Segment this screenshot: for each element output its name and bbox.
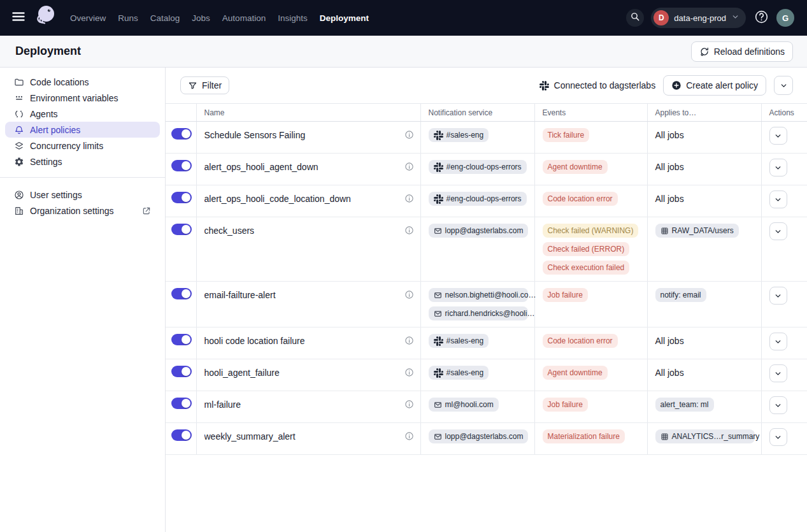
- applies-to-tag-label: alert_team: ml: [661, 400, 709, 409]
- nav-item-jobs[interactable]: Jobs: [192, 13, 210, 23]
- event-tag: Check execution failed: [543, 261, 630, 275]
- info-icon[interactable]: [404, 399, 414, 409]
- sidebar-item-concurrency-limits[interactable]: Concurrency limits: [5, 138, 160, 154]
- info-icon[interactable]: [404, 130, 414, 140]
- enable-toggle[interactable]: [171, 160, 192, 171]
- name-cell: ml-failure: [196, 391, 420, 423]
- sidebar-item-code-locations[interactable]: Code locations: [5, 74, 160, 90]
- actions-cell: [761, 423, 807, 455]
- row-actions-button[interactable]: [769, 396, 787, 414]
- notification-tag-label: #eng-cloud-ops-errors: [446, 194, 522, 203]
- nav-item-insights[interactable]: Insights: [278, 13, 308, 23]
- chevron-down-icon: [774, 196, 782, 204]
- notification-tag: lopp@dagsterlabs.com: [429, 224, 528, 238]
- row-actions-button[interactable]: [769, 364, 787, 382]
- enable-toggle[interactable]: [171, 192, 192, 203]
- info-icon[interactable]: [404, 226, 414, 235]
- name-cell: alert_ops_hooli_agent_down: [196, 154, 420, 185]
- event-tag: Agent downtime: [543, 366, 608, 380]
- sidebar-main-list: Code locationsEnvironment variablesAgent…: [0, 74, 165, 169]
- filter-button[interactable]: Filter: [180, 76, 229, 94]
- nav-item-catalog[interactable]: Catalog: [150, 13, 180, 23]
- applies-to-text: All jobs: [655, 336, 684, 346]
- enable-toggle[interactable]: [171, 334, 192, 345]
- event-tag: Agent downtime: [543, 160, 608, 174]
- search-icon: [630, 11, 640, 24]
- info-icon[interactable]: [404, 336, 414, 345]
- sidebar-item-user-settings[interactable]: User settings: [5, 187, 160, 203]
- applies-to-cell: All jobs: [647, 359, 761, 391]
- hamburger-menu-icon[interactable]: [10, 10, 27, 26]
- toggle-knob: [182, 399, 190, 408]
- sidebar-item-environment-variables[interactable]: Environment variables: [5, 90, 160, 106]
- enable-toggle[interactable]: [171, 398, 192, 409]
- applies-to-tag: notify: email: [655, 288, 706, 302]
- applies-to-tag: RAW_DATA/users: [655, 224, 739, 238]
- event-tag: Tick failure: [543, 128, 590, 142]
- chevron-down-icon: [774, 164, 782, 172]
- info-icon[interactable]: [404, 368, 414, 377]
- search-button[interactable]: [626, 9, 644, 27]
- help-button[interactable]: [753, 10, 769, 26]
- notification-service-cell: #sales-eng: [420, 359, 534, 391]
- info-icon[interactable]: [404, 194, 414, 203]
- toggle-knob: [182, 161, 190, 170]
- reload-definitions-button[interactable]: Reload definitions: [691, 41, 793, 62]
- sidebar-item-alert-policies[interactable]: Alert policies: [5, 122, 160, 138]
- question-icon: [754, 10, 769, 27]
- info-icon[interactable]: [404, 290, 414, 299]
- column-header-actions: Actions: [761, 104, 807, 122]
- sidebar-item-organization-settings[interactable]: Organization settings: [5, 203, 160, 219]
- event-tag: Materialization failure: [543, 429, 625, 443]
- create-policy-dropdown-button[interactable]: [774, 76, 793, 95]
- enable-toggle[interactable]: [171, 288, 192, 299]
- column-header-notification-service: Notification service: [420, 104, 534, 122]
- enable-toggle[interactable]: [171, 366, 192, 377]
- events-cell: Agent downtime: [534, 359, 647, 391]
- agents-icon: [14, 109, 24, 119]
- nav-item-overview[interactable]: Overview: [70, 13, 106, 23]
- sidebar-item-settings[interactable]: Settings: [5, 154, 160, 169]
- top-nav: OverviewRunsCatalogJobsAutomationInsight…: [0, 0, 807, 36]
- row-actions-button[interactable]: [769, 428, 787, 446]
- dagster-logo[interactable]: [32, 4, 59, 32]
- info-icon[interactable]: [404, 162, 414, 171]
- enable-toggle[interactable]: [171, 429, 192, 441]
- nav-item-automation[interactable]: Automation: [222, 13, 266, 23]
- row-actions-button[interactable]: [769, 159, 787, 176]
- policy-name: email-failture-alert: [204, 288, 276, 302]
- deployment-switcher[interactable]: D data-eng-prod: [651, 8, 746, 28]
- notification-tag-label: lopp@dagsterlabs.com: [445, 432, 524, 441]
- deployment-name: data-eng-prod: [674, 13, 726, 23]
- plus-circle-icon: [671, 80, 682, 90]
- chevron-down-icon: [774, 292, 782, 300]
- row-actions-button[interactable]: [769, 127, 787, 145]
- info-icon[interactable]: [404, 431, 414, 441]
- row-actions-button[interactable]: [769, 191, 787, 208]
- event-tag-label: Check failed (ERROR): [548, 245, 625, 254]
- nav-item-deployment[interactable]: Deployment: [320, 13, 369, 23]
- row-actions-button[interactable]: [769, 287, 787, 305]
- events-cell: Code location error: [534, 185, 647, 217]
- create-alert-policy-button[interactable]: Create alert policy: [663, 75, 766, 96]
- alert-policy-row-alert-ops-hooli-code-location-down: alert_ops_hooli_code_location_down#eng-c…: [166, 185, 807, 217]
- events-cell: Check failed (WARNING)Check failed (ERRO…: [534, 217, 647, 282]
- enable-toggle[interactable]: [171, 128, 192, 140]
- user-avatar[interactable]: G: [776, 9, 794, 27]
- sidebar-item-label: User settings: [30, 190, 82, 200]
- toggle-cell: [166, 327, 196, 359]
- policy-name: alert_ops_hooli_agent_down: [204, 160, 318, 174]
- row-actions-button[interactable]: [769, 333, 787, 350]
- enable-toggle[interactable]: [171, 224, 192, 235]
- sidebar-item-label: Concurrency limits: [30, 141, 103, 151]
- chevron-down-icon: [774, 338, 782, 346]
- app-window: OverviewRunsCatalogJobsAutomationInsight…: [0, 0, 807, 532]
- slack-icon: [434, 194, 443, 204]
- policy-name: hooli code location failure: [204, 334, 305, 348]
- notification-tag: #eng-cloud-ops-errors: [429, 192, 527, 206]
- filter-icon: [188, 81, 197, 90]
- row-actions-button[interactable]: [769, 222, 787, 240]
- nav-item-runs[interactable]: Runs: [118, 13, 138, 23]
- sidebar-item-label: Environment variables: [30, 93, 118, 103]
- sidebar-item-agents[interactable]: Agents: [5, 106, 160, 122]
